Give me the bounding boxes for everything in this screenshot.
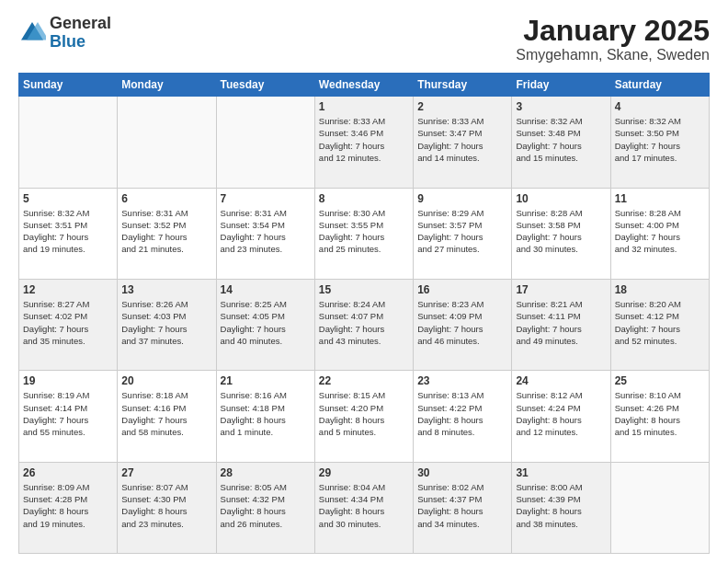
table-row: 13Sunrise: 8:26 AM Sunset: 4:03 PM Dayli…	[118, 279, 216, 370]
day-info: Sunrise: 8:32 AM Sunset: 3:50 PM Dayligh…	[615, 115, 705, 164]
table-row	[610, 462, 709, 553]
day-info: Sunrise: 8:19 AM Sunset: 4:14 PM Dayligh…	[23, 389, 113, 438]
day-number: 15	[319, 283, 409, 296]
day-number: 9	[417, 192, 507, 205]
table-row: 8Sunrise: 8:30 AM Sunset: 3:55 PM Daylig…	[314, 188, 413, 279]
day-number: 31	[516, 466, 606, 479]
table-row: 18Sunrise: 8:20 AM Sunset: 4:12 PM Dayli…	[610, 279, 709, 370]
calendar-title: January 2025	[516, 15, 710, 47]
day-info: Sunrise: 8:09 AM Sunset: 4:28 PM Dayligh…	[23, 481, 113, 530]
calendar-subtitle: Smygehamn, Skane, Sweden	[516, 47, 710, 63]
day-info: Sunrise: 8:04 AM Sunset: 4:34 PM Dayligh…	[319, 481, 409, 530]
day-number: 17	[516, 283, 606, 296]
day-info: Sunrise: 8:29 AM Sunset: 3:57 PM Dayligh…	[417, 207, 507, 256]
logo-text: General Blue	[50, 15, 111, 52]
day-number: 25	[615, 374, 705, 387]
table-row: 4Sunrise: 8:32 AM Sunset: 3:50 PM Daylig…	[610, 97, 709, 188]
day-info: Sunrise: 8:26 AM Sunset: 4:03 PM Dayligh…	[121, 298, 211, 347]
day-info: Sunrise: 8:25 AM Sunset: 4:05 PM Dayligh…	[221, 298, 311, 347]
table-row: 1Sunrise: 8:33 AM Sunset: 3:46 PM Daylig…	[314, 97, 413, 188]
header-tuesday: Tuesday	[216, 74, 314, 97]
day-number: 26	[23, 466, 113, 479]
day-number: 28	[221, 466, 311, 479]
table-row: 2Sunrise: 8:33 AM Sunset: 3:47 PM Daylig…	[414, 97, 512, 188]
day-info: Sunrise: 8:07 AM Sunset: 4:30 PM Dayligh…	[121, 481, 211, 530]
day-number: 19	[23, 374, 113, 387]
table-row: 30Sunrise: 8:02 AM Sunset: 4:37 PM Dayli…	[414, 462, 512, 553]
day-number: 14	[221, 283, 311, 296]
logo-general-label: General	[50, 15, 111, 33]
day-info: Sunrise: 8:28 AM Sunset: 4:00 PM Dayligh…	[615, 207, 705, 256]
header-thursday: Thursday	[414, 74, 512, 97]
header-wednesday: Wednesday	[314, 74, 413, 97]
calendar-week-row: 26Sunrise: 8:09 AM Sunset: 4:28 PM Dayli…	[19, 462, 710, 553]
title-block: January 2025 Smygehamn, Skane, Sweden	[516, 15, 710, 63]
table-row: 19Sunrise: 8:19 AM Sunset: 4:14 PM Dayli…	[19, 371, 118, 462]
table-row: 31Sunrise: 8:00 AM Sunset: 4:39 PM Dayli…	[512, 462, 610, 553]
day-info: Sunrise: 8:16 AM Sunset: 4:18 PM Dayligh…	[221, 389, 311, 438]
table-row: 27Sunrise: 8:07 AM Sunset: 4:30 PM Dayli…	[118, 462, 216, 553]
day-info: Sunrise: 8:33 AM Sunset: 3:46 PM Dayligh…	[319, 115, 409, 164]
day-info: Sunrise: 8:30 AM Sunset: 3:55 PM Dayligh…	[319, 207, 409, 256]
weekday-header-row: Sunday Monday Tuesday Wednesday Thursday…	[19, 74, 710, 97]
table-row: 28Sunrise: 8:05 AM Sunset: 4:32 PM Dayli…	[216, 462, 314, 553]
table-row: 23Sunrise: 8:13 AM Sunset: 4:22 PM Dayli…	[414, 371, 512, 462]
day-number: 6	[121, 192, 211, 205]
day-number: 8	[319, 192, 409, 205]
day-number: 3	[516, 100, 606, 113]
day-number: 5	[23, 192, 113, 205]
day-number: 27	[121, 466, 211, 479]
table-row	[216, 97, 314, 188]
header: General Blue January 2025 Smygehamn, Ska…	[18, 15, 710, 63]
table-row: 21Sunrise: 8:16 AM Sunset: 4:18 PM Dayli…	[216, 371, 314, 462]
logo: General Blue	[18, 15, 111, 52]
table-row: 24Sunrise: 8:12 AM Sunset: 4:24 PM Dayli…	[512, 371, 610, 462]
day-number: 12	[23, 283, 113, 296]
day-number: 22	[319, 374, 409, 387]
calendar-week-row: 1Sunrise: 8:33 AM Sunset: 3:46 PM Daylig…	[19, 97, 710, 188]
table-row: 12Sunrise: 8:27 AM Sunset: 4:02 PM Dayli…	[19, 279, 118, 370]
table-row: 15Sunrise: 8:24 AM Sunset: 4:07 PM Dayli…	[314, 279, 413, 370]
day-info: Sunrise: 8:05 AM Sunset: 4:32 PM Dayligh…	[221, 481, 311, 530]
day-info: Sunrise: 8:21 AM Sunset: 4:11 PM Dayligh…	[516, 298, 606, 347]
day-info: Sunrise: 8:24 AM Sunset: 4:07 PM Dayligh…	[319, 298, 409, 347]
header-saturday: Saturday	[610, 74, 709, 97]
table-row: 16Sunrise: 8:23 AM Sunset: 4:09 PM Dayli…	[414, 279, 512, 370]
page: General Blue January 2025 Smygehamn, Ska…	[0, 0, 728, 563]
day-number: 10	[516, 192, 606, 205]
day-number: 11	[615, 192, 705, 205]
day-number: 1	[319, 100, 409, 113]
day-info: Sunrise: 8:20 AM Sunset: 4:12 PM Dayligh…	[615, 298, 705, 347]
header-monday: Monday	[118, 74, 216, 97]
day-number: 29	[319, 466, 409, 479]
table-row: 6Sunrise: 8:31 AM Sunset: 3:52 PM Daylig…	[118, 188, 216, 279]
day-number: 20	[121, 374, 211, 387]
day-info: Sunrise: 8:00 AM Sunset: 4:39 PM Dayligh…	[516, 481, 606, 530]
day-info: Sunrise: 8:12 AM Sunset: 4:24 PM Dayligh…	[516, 389, 606, 438]
table-row	[118, 97, 216, 188]
day-info: Sunrise: 8:02 AM Sunset: 4:37 PM Dayligh…	[417, 481, 507, 530]
table-row: 9Sunrise: 8:29 AM Sunset: 3:57 PM Daylig…	[414, 188, 512, 279]
day-info: Sunrise: 8:32 AM Sunset: 3:51 PM Dayligh…	[23, 207, 113, 256]
day-number: 13	[121, 283, 211, 296]
logo-blue-label: Blue	[50, 33, 111, 52]
table-row: 11Sunrise: 8:28 AM Sunset: 4:00 PM Dayli…	[610, 188, 709, 279]
table-row: 25Sunrise: 8:10 AM Sunset: 4:26 PM Dayli…	[610, 371, 709, 462]
table-row: 14Sunrise: 8:25 AM Sunset: 4:05 PM Dayli…	[216, 279, 314, 370]
table-row: 22Sunrise: 8:15 AM Sunset: 4:20 PM Dayli…	[314, 371, 413, 462]
day-number: 18	[615, 283, 705, 296]
day-number: 23	[417, 374, 507, 387]
table-row: 3Sunrise: 8:32 AM Sunset: 3:48 PM Daylig…	[512, 97, 610, 188]
table-row: 26Sunrise: 8:09 AM Sunset: 4:28 PM Dayli…	[19, 462, 118, 553]
day-number: 16	[417, 283, 507, 296]
day-info: Sunrise: 8:13 AM Sunset: 4:22 PM Dayligh…	[417, 389, 507, 438]
day-info: Sunrise: 8:10 AM Sunset: 4:26 PM Dayligh…	[615, 389, 705, 438]
table-row: 29Sunrise: 8:04 AM Sunset: 4:34 PM Dayli…	[314, 462, 413, 553]
day-info: Sunrise: 8:18 AM Sunset: 4:16 PM Dayligh…	[121, 389, 211, 438]
day-info: Sunrise: 8:23 AM Sunset: 4:09 PM Dayligh…	[417, 298, 507, 347]
table-row: 17Sunrise: 8:21 AM Sunset: 4:11 PM Dayli…	[512, 279, 610, 370]
header-friday: Friday	[512, 74, 610, 97]
day-number: 4	[615, 100, 705, 113]
calendar-week-row: 5Sunrise: 8:32 AM Sunset: 3:51 PM Daylig…	[19, 188, 710, 279]
day-info: Sunrise: 8:15 AM Sunset: 4:20 PM Dayligh…	[319, 389, 409, 438]
